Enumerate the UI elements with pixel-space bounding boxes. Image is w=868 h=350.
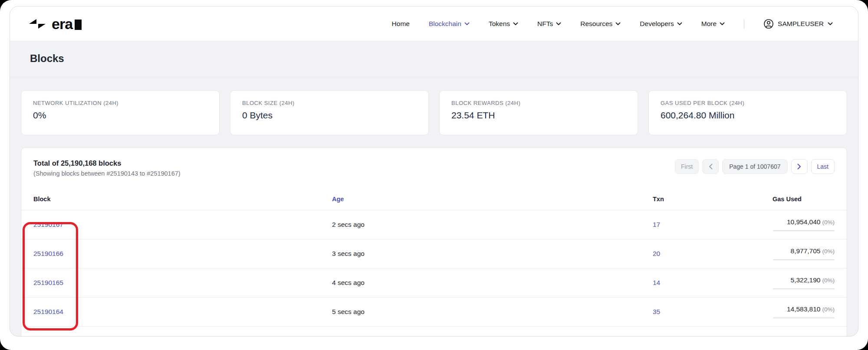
user-name: SAMPLEUSER (778, 20, 824, 28)
table-summary: Total of 25,190,168 blocks (Showing bloc… (33, 159, 181, 177)
block-link[interactable]: 25190167 (33, 221, 63, 228)
column-header-gas-used: Gas Used (773, 196, 835, 203)
pagination-next-button[interactable] (791, 159, 808, 174)
block-age: 4 secs ago (332, 279, 653, 287)
stats-row: NETWORK UTILIZATION (24H) 0% BLOCK SIZE … (21, 90, 847, 135)
gas-used-bar (773, 259, 835, 260)
txn-count-link[interactable]: 14 (653, 279, 660, 286)
gas-used-value: 10,954,040(0%) (773, 218, 835, 231)
swap-arrows-icon (27, 18, 47, 29)
gas-used-bar (773, 288, 835, 289)
stat-label: BLOCK REWARDS (24H) (451, 100, 626, 106)
txn-count-link[interactable]: 17 (653, 221, 660, 228)
pagination-last-button[interactable]: Last (811, 159, 835, 174)
nav-item-resources[interactable]: Resources (580, 20, 621, 28)
user-icon (763, 19, 774, 29)
stat-card-gas-used-per-block: GAS USED PER BLOCK (24H) 600,264.80 Mill… (648, 90, 847, 135)
stat-label: NETWORK UTILIZATION (24H) (33, 100, 207, 106)
pagination-prev-button[interactable] (702, 159, 719, 174)
chevron-down-icon (556, 22, 561, 26)
user-menu[interactable]: SAMPLEUSER (763, 19, 833, 29)
gas-used-percent: (0%) (822, 248, 835, 255)
gas-used-bar (773, 230, 835, 231)
stat-label: BLOCK SIZE (24H) (242, 100, 417, 106)
table-row: 25190164 5 secs ago 35 14,583,810(0%) (21, 297, 847, 326)
chevron-down-icon (615, 22, 621, 26)
stat-label: GAS USED PER BLOCK (24H) (661, 100, 835, 106)
pagination: First Page 1 of 1007607 Last (675, 159, 835, 174)
stat-value: 600,264.80 Million (661, 110, 835, 121)
block-age: 3 secs ago (332, 250, 653, 258)
table-header-row: Block Age Txn Gas Used (21, 188, 847, 210)
page-title: Blocks (30, 52, 838, 65)
gas-used-value: 14,583,810(0%) (773, 305, 835, 318)
chevron-right-icon (797, 164, 801, 170)
txn-count-link[interactable]: 20 (653, 250, 660, 257)
chevron-down-icon (828, 22, 833, 26)
chevron-down-icon (677, 22, 682, 26)
txn-count-link[interactable]: 35 (653, 308, 660, 315)
nav-item-tokens[interactable]: Tokens (489, 20, 518, 28)
logo-cursor-block (75, 20, 82, 30)
gas-used-percent: (0%) (822, 219, 835, 226)
table-header-bar: Total of 25,190,168 blocks (Showing bloc… (21, 159, 847, 177)
stat-value: 23.54 ETH (451, 110, 626, 121)
chevron-down-icon (464, 22, 470, 26)
chevron-down-icon (513, 22, 518, 26)
gas-used-value: 5,322,190(0%) (773, 276, 835, 289)
stat-card-network-utilization: NETWORK UTILIZATION (24H) 0% (21, 90, 220, 135)
nav-item-more[interactable]: More (701, 20, 725, 28)
nav-item-blockchain[interactable]: Blockchain (429, 20, 470, 28)
nav-item-home[interactable]: Home (392, 20, 410, 28)
nav-item-developers[interactable]: Developers (640, 20, 682, 28)
blocks-range: (Showing blocks between #25190143 to #25… (33, 170, 181, 177)
nav-menu: Home Blockchain Tokens NFTs Resources De… (392, 19, 833, 29)
column-header-block: Block (33, 196, 332, 203)
stat-card-block-rewards: BLOCK REWARDS (24H) 23.54 ETH (439, 90, 638, 135)
block-link[interactable]: 25190165 (33, 279, 63, 286)
gas-used-percent: (0%) (822, 277, 835, 284)
chevron-down-icon (720, 22, 725, 26)
table-row: 25190166 3 secs ago 20 8,977,705(0%) (21, 239, 847, 268)
blocks-table: Block Age Txn Gas Used 25190167 2 secs a… (21, 188, 847, 337)
gas-used-percent: (0%) (822, 306, 835, 313)
pagination-first-button[interactable]: First (675, 159, 699, 174)
column-header-age[interactable]: Age (332, 196, 653, 203)
table-row (21, 326, 847, 337)
top-navigation: era Home Blockchain Tokens NFTs Resource… (10, 7, 858, 41)
block-link[interactable]: 25190166 (33, 250, 63, 257)
nav-divider (744, 19, 744, 29)
table-row: 25190167 2 secs ago 17 10,954,040(0%) (21, 210, 847, 239)
logo-text: era (52, 16, 82, 31)
blocks-table-card: Total of 25,190,168 blocks (Showing bloc… (21, 147, 847, 337)
stat-value: 0 Bytes (242, 110, 417, 121)
block-age: 2 secs ago (332, 221, 653, 229)
gas-used-value: 8,977,705(0%) (773, 247, 835, 260)
page-header: Blocks (10, 41, 858, 77)
pagination-page-indicator: Page 1 of 1007607 (722, 159, 787, 174)
column-header-txn: Txn (653, 196, 773, 203)
gas-used-bar (773, 317, 835, 318)
era-logo[interactable]: era (27, 16, 82, 31)
blocks-total: Total of 25,190,168 blocks (33, 159, 181, 167)
block-age: 5 secs ago (332, 308, 653, 316)
chevron-left-icon (709, 164, 713, 170)
block-link[interactable]: 25190164 (33, 308, 63, 315)
stat-value: 0% (33, 110, 207, 121)
table-row: 25190165 4 secs ago 14 5,322,190(0%) (21, 268, 847, 297)
nav-item-nfts[interactable]: NFTs (537, 20, 561, 28)
stat-card-block-size: BLOCK SIZE (24H) 0 Bytes (230, 90, 429, 135)
browser-window: era Home Blockchain Tokens NFTs Resource… (10, 6, 858, 337)
